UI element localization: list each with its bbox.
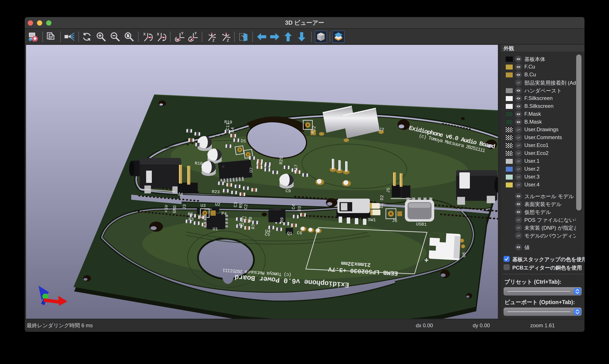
svg-text:R10: R10	[195, 161, 203, 166]
svg-text:+: +	[424, 255, 429, 264]
svg-text:R5: R5	[238, 203, 244, 208]
svg-text:R7: R7	[251, 224, 256, 229]
svg-text:+5V: +5V	[164, 205, 169, 213]
svg-text:Q1: Q1	[287, 231, 292, 236]
svg-text:U6: U6	[461, 252, 467, 258]
svg-text:USB1: USB1	[416, 221, 427, 227]
svg-text:R2: R2	[239, 222, 244, 228]
svg-text:D3: D3	[297, 206, 302, 211]
svg-text:J4: J4	[178, 192, 183, 197]
svg-text:U2: U2	[215, 202, 220, 207]
svg-text:C2: C2	[243, 204, 248, 209]
svg-text:R17: R17	[293, 164, 299, 172]
svg-text:D1 D2: D1 D2	[379, 195, 385, 208]
svg-text:D4: D4	[230, 127, 235, 132]
svg-text:SW1: SW1	[368, 217, 376, 222]
svg-text:C5: C5	[265, 232, 270, 237]
svg-text:R23: R23	[212, 189, 220, 195]
svg-text:R3: R3	[188, 217, 194, 222]
svg-text:C6: C6	[297, 230, 302, 235]
svg-text:U1: U1	[213, 226, 218, 232]
svg-text:R9: R9	[279, 217, 285, 223]
svg-text:U3: U3	[200, 203, 206, 208]
svg-text:GND: GND	[172, 205, 177, 213]
svg-text:Y: Y	[181, 31, 183, 35]
svg-text:D5: D5	[241, 139, 246, 144]
svg-text:R6: R6	[188, 211, 193, 217]
svg-text:C11: C11	[225, 122, 231, 130]
svg-text:R8: R8	[248, 217, 253, 222]
svg-text:J6: J6	[392, 218, 398, 223]
svg-text:J5: J5	[386, 187, 391, 193]
svg-text:P4: P4	[221, 211, 227, 216]
svg-text:J2: J2	[379, 127, 384, 132]
svg-text:C4: C4	[291, 204, 296, 209]
svg-text:Y: Y	[194, 31, 197, 35]
svg-text:J3: J3	[182, 204, 187, 209]
svg-text:X: X	[157, 32, 159, 36]
svg-text:Z: Z	[212, 39, 215, 42]
svg-text:Z: Z	[227, 39, 229, 42]
svg-text:R29: R29	[278, 156, 284, 165]
svg-text:X: X	[143, 32, 146, 36]
svg-text:C9: C9	[285, 188, 291, 194]
svg-text:C3: C3	[233, 202, 238, 207]
svg-text:U7: U7	[248, 167, 254, 173]
